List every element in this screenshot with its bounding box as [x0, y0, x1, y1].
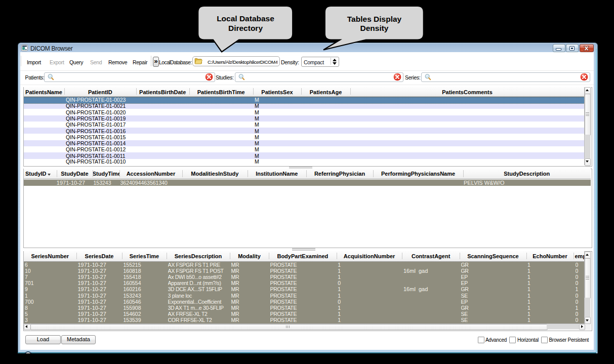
svg-text:Directory: Directory [228, 24, 263, 32]
svg-text:Local Database: Local Database [217, 14, 274, 23]
svg-text:Tables Display: Tables Display [347, 15, 402, 23]
svg-text:Density: Density [360, 24, 389, 32]
